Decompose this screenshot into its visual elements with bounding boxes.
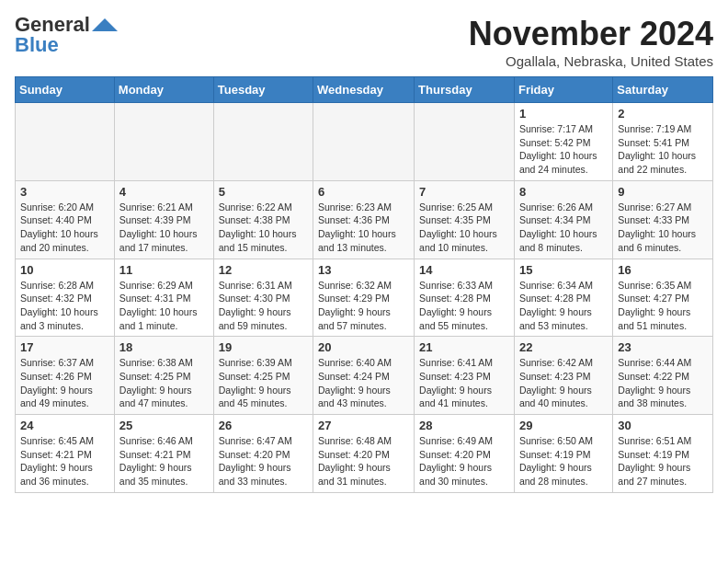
calendar-cell (415, 103, 515, 181)
calendar-cell: 29Sunrise: 6:50 AM Sunset: 4:19 PM Dayli… (514, 415, 612, 493)
day-number: 27 (318, 419, 409, 432)
calendar-cell: 10Sunrise: 6:28 AM Sunset: 4:32 PM Dayli… (16, 259, 115, 337)
logo-icon (92, 18, 118, 31)
day-info: Sunrise: 7:17 AM Sunset: 5:42 PM Dayligh… (519, 122, 608, 177)
day-number: 2 (618, 107, 708, 121)
day-info: Sunrise: 6:49 AM Sunset: 4:20 PM Dayligh… (419, 434, 509, 488)
day-info: Sunrise: 6:34 AM Sunset: 4:28 PM Dayligh… (519, 279, 608, 333)
logo: General Blue (15, 15, 118, 55)
calendar-cell: 18Sunrise: 6:38 AM Sunset: 4:25 PM Dayli… (114, 337, 213, 415)
page-header: General Blue November 2024 Ogallala, Neb… (15, 15, 713, 69)
day-info: Sunrise: 6:48 AM Sunset: 4:20 PM Dayligh… (318, 434, 409, 488)
day-number: 4 (119, 185, 209, 199)
calendar-cell: 25Sunrise: 6:46 AM Sunset: 4:21 PM Dayli… (114, 415, 213, 493)
day-number: 28 (419, 419, 509, 432)
day-number: 16 (618, 263, 708, 277)
calendar-cell: 8Sunrise: 6:26 AM Sunset: 4:34 PM Daylig… (514, 180, 612, 259)
day-info: Sunrise: 6:51 AM Sunset: 4:19 PM Dayligh… (618, 434, 708, 488)
calendar-cell: 13Sunrise: 6:32 AM Sunset: 4:29 PM Dayli… (313, 259, 415, 337)
day-info: Sunrise: 6:50 AM Sunset: 4:19 PM Dayligh… (519, 434, 608, 488)
calendar-cell: 4Sunrise: 6:21 AM Sunset: 4:39 PM Daylig… (114, 180, 213, 259)
calendar-cell: 2Sunrise: 7:19 AM Sunset: 5:41 PM Daylig… (613, 103, 713, 181)
day-number: 26 (219, 419, 308, 432)
day-number: 15 (519, 263, 608, 277)
day-number: 22 (519, 340, 608, 354)
day-info: Sunrise: 6:20 AM Sunset: 4:40 PM Dayligh… (20, 201, 109, 255)
svg-marker-0 (92, 18, 118, 31)
location-title: Ogallala, Nebraska, United States (469, 53, 713, 69)
day-info: Sunrise: 6:27 AM Sunset: 4:33 PM Dayligh… (618, 201, 708, 255)
week-row-2: 3Sunrise: 6:20 AM Sunset: 4:40 PM Daylig… (16, 180, 713, 259)
logo-general: General (15, 15, 90, 35)
day-number: 29 (519, 419, 608, 432)
logo-blue: Blue (15, 35, 59, 55)
calendar-cell: 5Sunrise: 6:22 AM Sunset: 4:38 PM Daylig… (213, 180, 313, 259)
day-info: Sunrise: 6:32 AM Sunset: 4:29 PM Dayligh… (318, 279, 409, 333)
calendar-cell: 22Sunrise: 6:42 AM Sunset: 4:23 PM Dayli… (514, 337, 612, 415)
calendar-cell: 14Sunrise: 6:33 AM Sunset: 4:28 PM Dayli… (415, 259, 515, 337)
calendar-cell: 11Sunrise: 6:29 AM Sunset: 4:31 PM Dayli… (114, 259, 213, 337)
title-block: November 2024 Ogallala, Nebraska, United… (469, 15, 713, 69)
day-info: Sunrise: 6:21 AM Sunset: 4:39 PM Dayligh… (119, 201, 209, 255)
day-info: Sunrise: 6:39 AM Sunset: 4:25 PM Dayligh… (219, 356, 308, 410)
calendar-cell: 27Sunrise: 6:48 AM Sunset: 4:20 PM Dayli… (313, 415, 415, 493)
day-number: 9 (618, 185, 708, 199)
col-header-tuesday: Tuesday (213, 77, 313, 103)
calendar-cell: 6Sunrise: 6:23 AM Sunset: 4:36 PM Daylig… (313, 180, 415, 259)
calendar-cell: 7Sunrise: 6:25 AM Sunset: 4:35 PM Daylig… (415, 180, 515, 259)
day-number: 18 (119, 340, 209, 354)
day-info: Sunrise: 6:28 AM Sunset: 4:32 PM Dayligh… (20, 279, 109, 333)
day-info: Sunrise: 6:42 AM Sunset: 4:23 PM Dayligh… (519, 356, 608, 410)
calendar-cell: 21Sunrise: 6:41 AM Sunset: 4:23 PM Dayli… (415, 337, 515, 415)
calendar-cell: 30Sunrise: 6:51 AM Sunset: 4:19 PM Dayli… (613, 415, 713, 493)
day-number: 7 (419, 185, 509, 199)
day-number: 10 (20, 263, 109, 277)
col-header-thursday: Thursday (415, 77, 515, 103)
col-header-monday: Monday (114, 77, 213, 103)
calendar-cell: 16Sunrise: 6:35 AM Sunset: 4:27 PM Dayli… (613, 259, 713, 337)
day-number: 8 (519, 185, 608, 199)
day-info: Sunrise: 6:44 AM Sunset: 4:22 PM Dayligh… (618, 356, 708, 410)
day-info: Sunrise: 6:29 AM Sunset: 4:31 PM Dayligh… (119, 279, 209, 333)
day-info: Sunrise: 6:31 AM Sunset: 4:30 PM Dayligh… (219, 279, 308, 333)
day-info: Sunrise: 6:45 AM Sunset: 4:21 PM Dayligh… (20, 434, 109, 488)
calendar-cell: 12Sunrise: 6:31 AM Sunset: 4:30 PM Dayli… (213, 259, 313, 337)
day-number: 13 (318, 263, 409, 277)
calendar-cell: 9Sunrise: 6:27 AM Sunset: 4:33 PM Daylig… (613, 180, 713, 259)
day-info: Sunrise: 6:40 AM Sunset: 4:24 PM Dayligh… (318, 356, 409, 410)
day-number: 1 (519, 107, 608, 121)
calendar-table: SundayMondayTuesdayWednesdayThursdayFrid… (15, 76, 713, 493)
day-info: Sunrise: 6:25 AM Sunset: 4:35 PM Dayligh… (419, 201, 509, 255)
day-info: Sunrise: 6:41 AM Sunset: 4:23 PM Dayligh… (419, 356, 509, 410)
day-number: 14 (419, 263, 509, 277)
week-row-1: 1Sunrise: 7:17 AM Sunset: 5:42 PM Daylig… (16, 103, 713, 181)
calendar-cell: 15Sunrise: 6:34 AM Sunset: 4:28 PM Dayli… (514, 259, 612, 337)
calendar-cell: 19Sunrise: 6:39 AM Sunset: 4:25 PM Dayli… (213, 337, 313, 415)
day-number: 6 (318, 185, 409, 199)
calendar-cell (114, 103, 213, 181)
day-number: 21 (419, 340, 509, 354)
calendar-cell: 20Sunrise: 6:40 AM Sunset: 4:24 PM Dayli… (313, 337, 415, 415)
day-number: 24 (20, 419, 109, 432)
day-info: Sunrise: 6:38 AM Sunset: 4:25 PM Dayligh… (119, 356, 209, 410)
week-row-4: 17Sunrise: 6:37 AM Sunset: 4:26 PM Dayli… (16, 337, 713, 415)
col-header-sunday: Sunday (16, 77, 115, 103)
calendar-header-row: SundayMondayTuesdayWednesdayThursdayFrid… (16, 77, 713, 103)
day-number: 5 (219, 185, 308, 199)
calendar-cell: 26Sunrise: 6:47 AM Sunset: 4:20 PM Dayli… (213, 415, 313, 493)
calendar-cell: 1Sunrise: 7:17 AM Sunset: 5:42 PM Daylig… (514, 103, 612, 181)
calendar-cell: 23Sunrise: 6:44 AM Sunset: 4:22 PM Dayli… (613, 337, 713, 415)
day-info: Sunrise: 7:19 AM Sunset: 5:41 PM Dayligh… (618, 122, 708, 177)
calendar-cell (213, 103, 313, 181)
col-header-friday: Friday (514, 77, 612, 103)
day-number: 3 (20, 185, 109, 199)
calendar-cell: 17Sunrise: 6:37 AM Sunset: 4:26 PM Dayli… (16, 337, 115, 415)
day-number: 20 (318, 340, 409, 354)
calendar-cell (313, 103, 415, 181)
calendar-cell: 28Sunrise: 6:49 AM Sunset: 4:20 PM Dayli… (415, 415, 515, 493)
day-info: Sunrise: 6:26 AM Sunset: 4:34 PM Dayligh… (519, 201, 608, 255)
day-number: 23 (618, 340, 708, 354)
calendar-cell (16, 103, 115, 181)
day-info: Sunrise: 6:46 AM Sunset: 4:21 PM Dayligh… (119, 434, 209, 488)
day-number: 30 (618, 419, 708, 432)
